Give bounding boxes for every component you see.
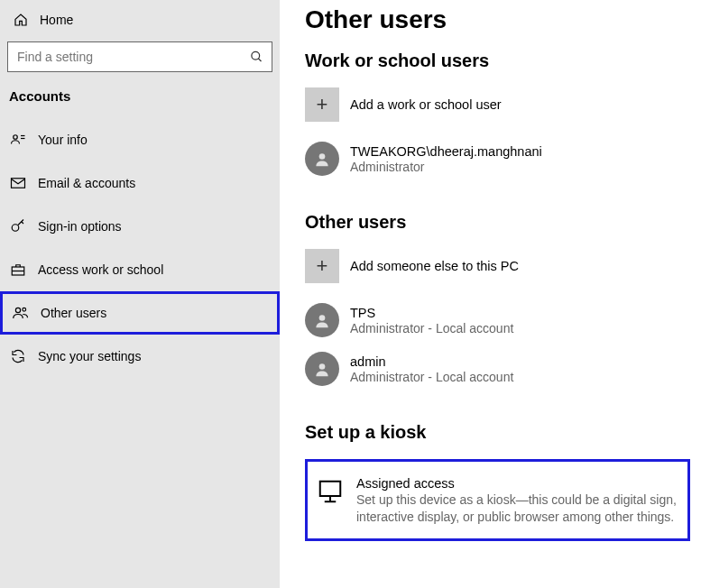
- svg-point-6: [12, 225, 19, 232]
- work-school-user-row[interactable]: TWEAKORG\dheeraj.manghnani Administrator: [305, 142, 690, 176]
- sync-icon: [9, 348, 27, 364]
- user-text: admin Administrator - Local account: [350, 354, 513, 384]
- svg-rect-5: [12, 179, 25, 188]
- home-label: Home: [40, 13, 73, 27]
- sidebar-item-label: Access work or school: [38, 262, 163, 277]
- avatar: [305, 142, 339, 176]
- avatar: [305, 352, 339, 386]
- sidebar-item-your-info[interactable]: Your info: [0, 118, 280, 161]
- user-name: TWEAKORG\dheeraj.manghnani: [350, 144, 542, 159]
- other-user-row[interactable]: TPS Administrator - Local account: [305, 303, 690, 337]
- svg-point-12: [319, 315, 326, 321]
- add-work-school-label: Add a work or school user: [350, 97, 502, 112]
- user-name: admin: [350, 354, 513, 369]
- briefcase-icon: [9, 262, 27, 278]
- add-other-user[interactable]: + Add someone else to this PC: [305, 249, 690, 283]
- search-input[interactable]: [7, 41, 272, 72]
- kiosk-text: Assigned access Set up this device as a …: [356, 476, 678, 526]
- user-role: Administrator - Local account: [350, 321, 513, 335]
- svg-point-2: [14, 135, 18, 140]
- plus-icon: +: [305, 87, 339, 122]
- home-link[interactable]: Home: [0, 7, 280, 36]
- home-icon: [13, 13, 29, 27]
- kiosk-title: Assigned access: [356, 476, 678, 491]
- sidebar-item-access-work-school[interactable]: Access work or school: [0, 248, 280, 291]
- sidebar-item-signin-options[interactable]: Sign-in options: [0, 205, 280, 248]
- user-text: TWEAKORG\dheeraj.manghnani Administrator: [350, 144, 542, 174]
- kiosk-icon: [317, 478, 344, 526]
- people-icon: [12, 305, 30, 321]
- sidebar-item-email-accounts[interactable]: Email & accounts: [0, 161, 280, 205]
- sidebar-item-label: Sync your settings: [38, 349, 141, 363]
- sidebar-item-sync-settings[interactable]: Sync your settings: [0, 335, 280, 378]
- sidebar-item-label: Other users: [41, 306, 106, 320]
- user-name: TPS: [350, 306, 513, 320]
- svg-line-1: [258, 59, 261, 61]
- section-header: Accounts: [0, 83, 280, 118]
- user-role: Administrator - Local account: [350, 370, 513, 384]
- sidebar-item-label: Email & accounts: [38, 176, 135, 190]
- key-icon: [9, 218, 27, 234]
- other-users-heading: Other users: [305, 212, 690, 233]
- svg-point-0: [252, 51, 260, 60]
- work-school-heading: Work or school users: [305, 51, 690, 71]
- assigned-access-button[interactable]: Assigned access Set up this device as a …: [305, 459, 690, 541]
- sidebar-item-label: Sign-in options: [38, 219, 122, 234]
- sidebar-item-label: Your info: [38, 133, 88, 147]
- sidebar-item-other-users[interactable]: Other users: [0, 291, 280, 335]
- search-wrap: [7, 41, 272, 72]
- search-icon: [250, 51, 263, 64]
- page-title: Other users: [305, 5, 690, 34]
- plus-icon: +: [305, 249, 339, 283]
- main-content: Other users Work or school users + Add a…: [280, 0, 701, 588]
- svg-point-10: [23, 308, 26, 311]
- add-other-user-label: Add someone else to this PC: [350, 259, 519, 273]
- svg-rect-14: [320, 482, 341, 496]
- user-text: TPS Administrator - Local account: [350, 306, 513, 335]
- kiosk-heading: Set up a kiosk: [305, 422, 690, 443]
- user-role: Administrator: [350, 160, 542, 174]
- mail-icon: [9, 175, 27, 191]
- avatar: [305, 303, 339, 337]
- other-user-row[interactable]: admin Administrator - Local account: [305, 352, 690, 386]
- svg-point-9: [15, 308, 20, 312]
- kiosk-desc: Set up this device as a kiosk—this could…: [356, 492, 678, 526]
- add-work-school-user[interactable]: + Add a work or school user: [305, 87, 690, 122]
- person-card-icon: [9, 132, 27, 148]
- svg-point-11: [319, 153, 326, 160]
- svg-point-13: [319, 363, 326, 370]
- sidebar: Home Accounts Your info Email & accounts…: [0, 0, 280, 588]
